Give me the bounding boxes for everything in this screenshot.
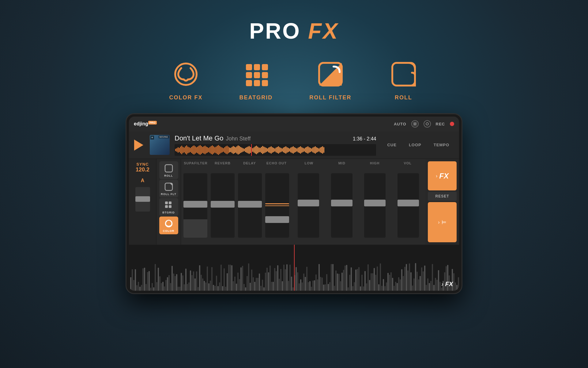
- bottom-cursor: [294, 245, 295, 291]
- vol-slider[interactable]: [392, 167, 424, 243]
- rec-indicator: [450, 122, 454, 126]
- sync-label: SYNC: [136, 162, 149, 167]
- waveform[interactable]: [175, 144, 376, 156]
- waveform-cursor: [251, 144, 252, 156]
- svg-rect-8: [254, 80, 260, 86]
- svg-rect-7: [246, 80, 252, 86]
- high-slider[interactable]: [359, 167, 391, 243]
- rec-label: REC: [436, 122, 445, 126]
- pitch-slider[interactable]: [135, 187, 150, 212]
- reverb-label: REVERB: [209, 161, 236, 167]
- roll-filter-icon: [315, 59, 346, 90]
- vol-label: VOL: [391, 161, 424, 167]
- app-bar-controls: AUTO REC: [394, 120, 454, 128]
- color-button[interactable]: COLOR: [159, 217, 178, 234]
- fx-chevron-icon: ›: [436, 173, 437, 179]
- supafilter-slider[interactable]: [182, 167, 208, 243]
- mixer-icon: ⊨: [442, 219, 447, 226]
- svg-rect-6: [262, 72, 268, 78]
- color-btn-label: COLOR: [163, 229, 175, 232]
- delay-slider[interactable]: [237, 167, 263, 243]
- fx-side-panel: ROLL ROLL FLT: [156, 159, 181, 245]
- track-artist: John Steff: [226, 136, 251, 142]
- fx-right-panel: › FX RESET › ⊨: [425, 159, 459, 245]
- feature-roll-filter[interactable]: ROLL FILTER: [309, 59, 351, 101]
- echo-out-slider[interactable]: [264, 167, 290, 243]
- main-content: SYNC 120.2 A ROLL: [129, 159, 459, 245]
- eq-section: LOW MID HIGH VOL: [291, 159, 425, 245]
- gear-icon[interactable]: [411, 120, 419, 128]
- play-icon: [134, 140, 143, 151]
- btgrid-btn-label: BTGRID: [162, 211, 175, 214]
- reverb-slider[interactable]: [209, 167, 236, 243]
- record-btn[interactable]: [424, 120, 431, 128]
- album-art: MOVING +: [150, 135, 170, 155]
- auto-label: AUTO: [394, 122, 406, 126]
- mid-label: MID: [326, 161, 359, 167]
- fx-labels: SUPAFILTER REVERB DELAY ECHO OUT: [182, 161, 290, 167]
- echo-out-label: ECHO OUT: [263, 161, 290, 167]
- roll-flt-btn-label: ROLL FLT: [161, 193, 176, 196]
- tempo-button[interactable]: TEMPO: [428, 131, 455, 159]
- title-fx: FX: [308, 19, 339, 43]
- feature-beatgrid[interactable]: BEATGRID: [239, 59, 273, 101]
- color-fx-label: COLOR FX: [169, 94, 203, 101]
- feature-roll[interactable]: ROLL: [388, 59, 419, 101]
- high-label: HIGH: [358, 161, 391, 167]
- app-logo: edjingPRO: [134, 121, 157, 127]
- fx-label-bottom: › FX: [441, 281, 453, 288]
- tablet-screen: edjingPRO AUTO REC: [129, 117, 459, 291]
- play-button[interactable]: [133, 139, 145, 151]
- app-header: PRO FX: [249, 18, 339, 44]
- svg-point-14: [414, 123, 416, 125]
- title-pro: PRO: [249, 19, 301, 43]
- eq-sliders: [292, 167, 424, 243]
- tablet-device: edjingPRO AUTO REC: [126, 113, 462, 294]
- loop-button[interactable]: LOOP: [403, 131, 428, 159]
- svg-rect-16: [165, 165, 172, 172]
- track-controls: CUE LOOP TEMPO: [381, 131, 455, 159]
- svg-rect-21: [165, 205, 168, 208]
- svg-rect-20: [169, 201, 172, 204]
- color-fx-icon: [171, 59, 201, 90]
- roll-icon: [388, 59, 419, 90]
- svg-rect-1: [246, 64, 252, 70]
- beatgrid-icon: [241, 59, 271, 90]
- mid-slider[interactable]: [326, 167, 358, 243]
- svg-rect-9: [262, 80, 268, 86]
- svg-marker-18: [170, 183, 172, 186]
- left-sidebar: SYNC 120.2 A: [129, 159, 156, 245]
- svg-rect-2: [254, 64, 260, 70]
- track-title: Don't Let Me Go: [175, 134, 224, 142]
- fx-reset-button[interactable]: RESET: [428, 192, 457, 201]
- svg-rect-3: [262, 64, 268, 70]
- svg-rect-22: [169, 205, 172, 208]
- roll-flt-button[interactable]: ROLL FLT: [159, 180, 178, 197]
- app-title: PRO FX: [249, 18, 339, 44]
- track-area: MOVING + Don't Let Me Go John Steff 1:36…: [129, 131, 459, 159]
- svg-rect-5: [254, 72, 260, 78]
- eq-labels: LOW MID HIGH VOL: [292, 161, 424, 167]
- features-row: COLOR FX BEATGRID: [169, 59, 419, 101]
- btgrid-button[interactable]: BTGRID: [159, 198, 178, 216]
- delay-label: DELAY: [236, 161, 263, 167]
- roll-button[interactable]: ROLL: [159, 161, 178, 179]
- low-slider[interactable]: [292, 167, 325, 243]
- svg-rect-4: [246, 72, 252, 78]
- sync-bpm: 120.2: [136, 167, 149, 173]
- cue-button[interactable]: CUE: [381, 131, 402, 159]
- fx-sliders: [182, 167, 290, 243]
- fx-mixer-chevron: ›: [438, 220, 439, 225]
- tablet-body: edjingPRO AUTO REC: [126, 113, 462, 294]
- fx-mixer-button[interactable]: › ⊨: [428, 202, 457, 242]
- low-label: LOW: [292, 161, 326, 167]
- svg-rect-19: [165, 201, 168, 204]
- fx-main-label: FX: [439, 172, 449, 180]
- fx-reset-label: RESET: [435, 194, 449, 198]
- pitch-thumb[interactable]: [135, 196, 150, 202]
- feature-color-fx[interactable]: COLOR FX: [169, 59, 203, 101]
- app-bar: edjingPRO AUTO REC: [129, 117, 459, 131]
- fx-main-button[interactable]: › FX: [428, 161, 457, 190]
- fx-sliders-area: SUPAFILTER REVERB DELAY ECHO OUT: [181, 159, 291, 245]
- svg-rect-13: [392, 63, 415, 86]
